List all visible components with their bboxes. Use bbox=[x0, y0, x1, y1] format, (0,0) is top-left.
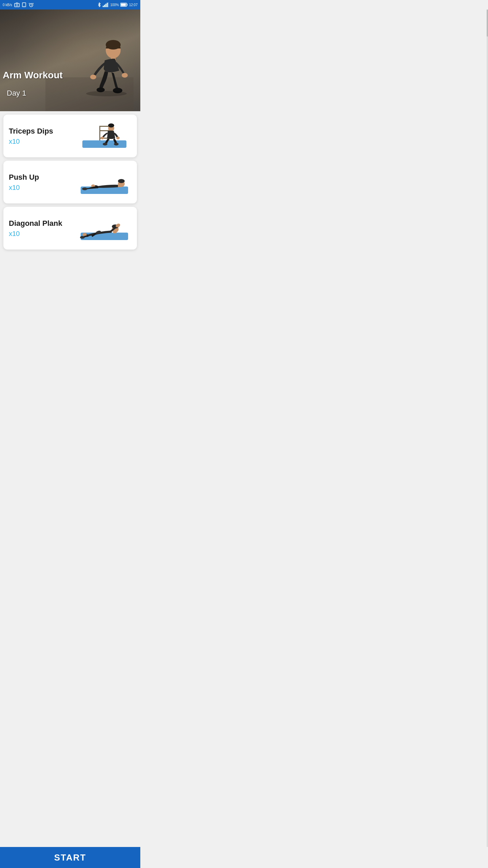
exercise-card-diagonal-plank[interactable]: Diagonal Plank x10 bbox=[3, 207, 137, 250]
svg-point-3 bbox=[24, 6, 24, 6]
screenshot-icon bbox=[14, 2, 20, 7]
status-bar-right: 100% 12:07 bbox=[97, 2, 138, 7]
svg-point-18 bbox=[90, 75, 96, 79]
svg-point-32 bbox=[108, 123, 114, 127]
svg-rect-0 bbox=[15, 3, 19, 7]
svg-line-6 bbox=[31, 5, 32, 6]
exercise-reps-diagonal-plank: x10 bbox=[9, 230, 77, 238]
exercise-card-triceps-dips[interactable]: Triceps Dips x10 bbox=[3, 115, 137, 157]
svg-rect-8 bbox=[104, 5, 105, 7]
exercise-reps-push-up: x10 bbox=[9, 184, 77, 192]
svg-rect-29 bbox=[99, 126, 100, 131]
svg-rect-25 bbox=[99, 130, 100, 140]
exercise-image-diagonal-plank bbox=[77, 213, 131, 243]
svg-rect-7 bbox=[103, 6, 104, 7]
status-bar: 0 kB/s 100% bbox=[0, 0, 140, 9]
workout-list: Triceps Dips x10 bbox=[0, 111, 140, 277]
svg-rect-11 bbox=[108, 2, 109, 7]
tablet-icon bbox=[22, 2, 26, 7]
svg-point-49 bbox=[80, 236, 85, 239]
svg-point-22 bbox=[86, 91, 127, 96]
battery-percent: 100% bbox=[110, 3, 119, 7]
exercise-info-diagonal-plank: Diagonal Plank x10 bbox=[9, 219, 77, 238]
svg-rect-13 bbox=[121, 4, 126, 6]
hero-day: Day 1 bbox=[7, 89, 26, 98]
exercise-name-diagonal-plank: Diagonal Plank bbox=[9, 219, 77, 228]
svg-point-39 bbox=[118, 179, 125, 183]
exercise-name-triceps-dips: Triceps Dips bbox=[9, 127, 77, 136]
status-bar-left: 0 kB/s bbox=[3, 2, 34, 7]
svg-point-34 bbox=[116, 137, 120, 139]
svg-point-35 bbox=[103, 143, 107, 145]
svg-rect-10 bbox=[107, 3, 108, 7]
svg-rect-41 bbox=[118, 184, 121, 187]
exercise-name-push-up: Push Up bbox=[9, 173, 77, 182]
svg-rect-46 bbox=[113, 231, 117, 233]
hero-person-illustration bbox=[45, 16, 134, 111]
signal-icon bbox=[103, 2, 109, 7]
exercise-info-push-up: Push Up x10 bbox=[9, 173, 77, 192]
svg-rect-9 bbox=[105, 4, 106, 7]
svg-point-19 bbox=[122, 73, 128, 78]
battery-icon bbox=[120, 3, 128, 7]
exercise-image-push-up bbox=[77, 167, 131, 197]
clock: 12:07 bbox=[129, 3, 138, 7]
exercise-reps-triceps-dips: x10 bbox=[9, 138, 77, 145]
alarm-icon bbox=[28, 2, 34, 7]
exercise-info-triceps-dips: Triceps Dips x10 bbox=[9, 127, 77, 145]
svg-rect-28 bbox=[99, 126, 109, 127]
svg-point-42 bbox=[82, 188, 87, 190]
exercise-card-push-up[interactable]: Push Up x10 bbox=[3, 161, 137, 203]
data-speed: 0 kB/s bbox=[3, 3, 12, 7]
svg-point-33 bbox=[101, 137, 104, 139]
svg-point-1 bbox=[16, 4, 18, 6]
hero-section: Arm Workout Day 1 bbox=[0, 9, 140, 111]
svg-point-36 bbox=[114, 143, 119, 145]
bluetooth-icon bbox=[97, 2, 101, 7]
exercise-image-triceps-dips bbox=[77, 121, 131, 151]
hero-title: Arm Workout bbox=[3, 70, 63, 81]
